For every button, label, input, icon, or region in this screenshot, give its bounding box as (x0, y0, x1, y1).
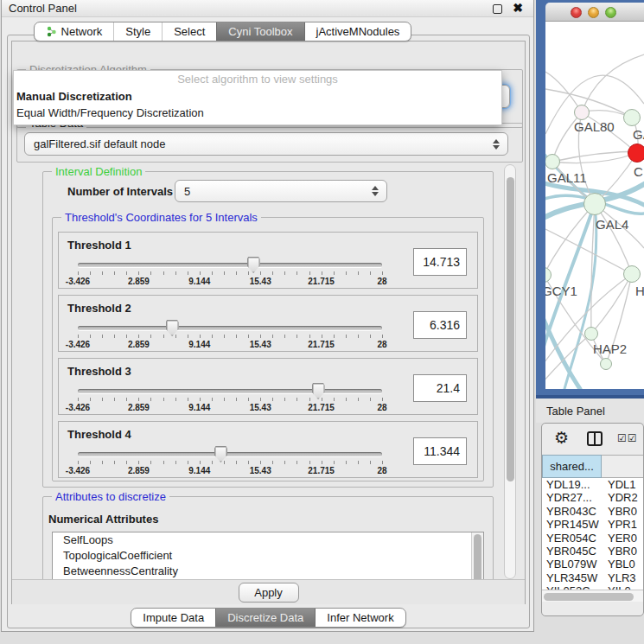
network-canvas[interactable]: GAL80GACGAL11GAL4GCY1HHAP2 (545, 22, 644, 389)
cell-shared-name[interactable]: YDL19... (542, 478, 602, 491)
threshold-slider[interactable]: -3.4262.8599.14415.4321.71528 (78, 448, 382, 477)
tab-jactivemodules[interactable]: jActiveMNodules (304, 22, 411, 41)
tab-cyni-toolbox[interactable]: Cyni Toolbox (216, 22, 303, 41)
table-panel-title: Table Panel (546, 405, 605, 418)
tab-label: Style (125, 25, 150, 38)
apply-button[interactable]: Apply (239, 583, 299, 603)
dropdown-option-manual[interactable]: Manual Discretization (14, 88, 501, 105)
column-header-shared-name[interactable]: shared... (542, 455, 602, 478)
combo-arrows-icon (372, 186, 379, 196)
threshold-label: Threshold 2 (67, 302, 131, 315)
table-data-combobox[interactable]: galFiltered.sif default node (24, 132, 508, 156)
number-of-intervals-combobox[interactable]: 5 (175, 180, 387, 202)
tab-label: jActiveMNodules (316, 25, 400, 38)
slider-track[interactable] (78, 389, 382, 393)
list-item[interactable]: TopologicalCoefficient (53, 548, 483, 564)
columns-icon[interactable] (587, 431, 603, 446)
threshold-slider[interactable]: -3.4262.8599.14415.4321.71528 (78, 322, 382, 351)
number-of-intervals-label: Number of Intervals (67, 185, 173, 198)
threshold-slider[interactable]: -3.4262.8599.14415.4321.71528 (78, 258, 382, 288)
close-icon[interactable]: ✖ (513, 1, 523, 15)
tab-network[interactable]: Network (35, 22, 114, 41)
network-node[interactable] (623, 109, 641, 126)
cell-shared-name[interactable]: YPR145W (542, 518, 602, 531)
threshold-value-field[interactable]: 11.344 (413, 437, 467, 465)
tab-select[interactable]: Select (162, 22, 216, 41)
network-node[interactable] (583, 193, 606, 215)
table-row[interactable]: YER054CYER0 (542, 532, 644, 545)
tab-style[interactable]: Style (113, 22, 162, 41)
cell-shared-name[interactable]: YDR27... (542, 491, 602, 504)
table-row[interactable]: YBL079WYBL0 (542, 558, 644, 571)
cell-name[interactable]: YER0 (602, 532, 644, 545)
cell-name[interactable]: YLR3 (602, 571, 644, 584)
cell-shared-name[interactable]: YBL079W (542, 558, 602, 571)
cell-name[interactable]: YBR0 (602, 505, 644, 518)
slider-track[interactable] (78, 263, 382, 267)
cell-name[interactable]: YBL0 (602, 558, 644, 571)
table-row[interactable]: YLR345WYLR3 (542, 571, 644, 584)
threshold-coordinates-group: Threshold's Coordinates for 5 Intervals … (52, 217, 484, 481)
tab-impute-data[interactable]: Impute Data (131, 609, 215, 627)
tab-label: Impute Data (143, 611, 204, 624)
gear-icon[interactable]: ⚙ (554, 428, 569, 447)
minimize-traffic-light-icon[interactable] (588, 7, 599, 18)
threshold-panel: Threshold 2 -3.4262.8599.14415.4321.7152… (58, 295, 478, 352)
table-row[interactable]: YDR27...YDR2 (542, 491, 644, 504)
network-node[interactable] (574, 105, 590, 120)
network-node-label: GA (633, 127, 644, 142)
scrollbar-thumb[interactable] (544, 593, 634, 601)
cell-shared-name[interactable]: YER054C (542, 532, 602, 545)
cell-name[interactable]: YPR1 (602, 518, 644, 531)
table-row[interactable]: YBR045CYBR0 (542, 545, 644, 558)
threshold-value-field[interactable]: 6.316 (413, 311, 467, 339)
slider-ticks (78, 398, 382, 402)
cell-name[interactable]: YDL1 (602, 478, 644, 491)
cell-name[interactable]: YBR0 (602, 545, 644, 558)
slider-ticks (78, 335, 382, 339)
dropdown-option-equal-width[interactable]: Equal Width/Frequency Discretization (14, 105, 501, 121)
list-item[interactable]: BetweennessCentrality (53, 564, 483, 579)
slider-track[interactable] (78, 452, 382, 456)
cyni-toolbox-panel: Discretization Algorithm Select algorith… (7, 35, 530, 628)
network-icon (46, 26, 57, 37)
scrollbar-thumb[interactable] (507, 177, 514, 481)
network-node[interactable] (545, 154, 560, 169)
cell-name[interactable]: YDR2 (602, 491, 644, 504)
float-window-icon[interactable] (493, 4, 502, 14)
column-header-name[interactable]: n (602, 455, 644, 478)
network-node[interactable] (600, 358, 612, 370)
network-node[interactable] (584, 327, 598, 341)
select-columns-checkbox-icons[interactable]: ☑☑ (617, 432, 638, 444)
slider-track[interactable] (78, 326, 382, 330)
table-row[interactable]: YDL19...YDL1 (542, 478, 644, 491)
cell-shared-name[interactable]: YBR043C (542, 505, 602, 518)
cell-shared-name[interactable]: YLR345W (542, 571, 602, 584)
network-window-titlebar[interactable] (545, 3, 644, 22)
threshold-label: Threshold 3 (67, 365, 131, 378)
tab-label: Cyni Toolbox (228, 25, 292, 38)
list-scrollbar[interactable] (471, 532, 483, 579)
list-item[interactable]: SelfLoops (53, 532, 483, 548)
network-node[interactable] (628, 143, 644, 163)
numerical-attributes-list[interactable]: SelfLoopsTopologicalCoefficientBetweenne… (52, 532, 484, 579)
network-node[interactable] (545, 267, 552, 283)
table-row[interactable]: YPR145WYPR1 (542, 518, 644, 531)
table-horizontal-scrollbar[interactable] (542, 590, 644, 602)
network-node-label: C (634, 164, 643, 179)
zoom-traffic-light-icon[interactable] (605, 7, 616, 18)
threshold-slider[interactable]: -3.4262.8599.14415.4321.71528 (78, 385, 382, 414)
close-traffic-light-icon[interactable] (571, 7, 582, 18)
table-header-row: shared... n (542, 455, 644, 478)
tab-discretize-data[interactable]: Discretize Data (215, 609, 315, 627)
tab-label: Infer Network (327, 611, 393, 624)
settings-scrollbar[interactable] (504, 164, 516, 579)
cell-shared-name[interactable]: YBR045C (542, 545, 602, 558)
threshold-value-field[interactable]: 21.4 (413, 374, 467, 402)
table-row[interactable]: YBR043CYBR0 (542, 505, 644, 518)
table-rows: YDL19...YDL1YDR27...YDR2YBR043CYBR0YPR14… (542, 478, 644, 590)
slider-tick-labels: -3.4262.8599.14415.4321.71528 (78, 277, 382, 287)
threshold-value-field[interactable]: 14.713 (413, 248, 467, 276)
tab-infer-network[interactable]: Infer Network (315, 609, 405, 627)
network-node[interactable] (623, 265, 641, 283)
